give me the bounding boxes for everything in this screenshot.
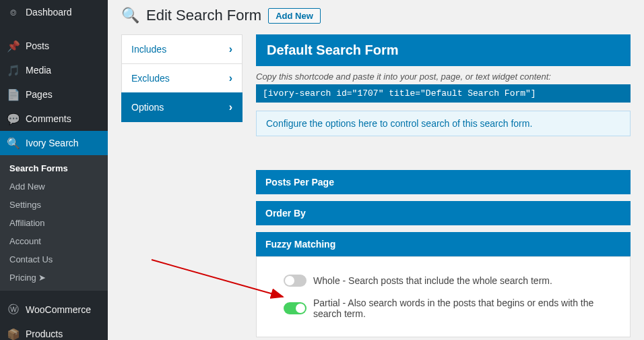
submenu-affiliation[interactable]: Affiliation	[0, 214, 108, 232]
add-new-button[interactable]: Add New	[268, 8, 321, 24]
sidebar-item-label: Products	[26, 329, 63, 339]
sidebar-item-media[interactable]: 🎵 Media	[0, 58, 108, 82]
toggle-label: Partial - Also search words in the posts…	[313, 298, 623, 319]
fuzzy-partial-row: Partial - Also search words in the posts…	[284, 292, 623, 324]
sidebar-item-label: Posts	[26, 40, 49, 51]
sidebar-item-label: Pages	[26, 89, 53, 100]
products-icon: 📦	[7, 327, 20, 340]
form-title: Default Search Form	[256, 34, 631, 66]
admin-sidebar: ⌾ Dashboard 📌 Posts 🎵 Media 📄 Pages 💬 Co…	[0, 0, 108, 340]
tab-content: Default Search Form Copy this shortcode …	[256, 34, 631, 337]
pages-icon: 📄	[7, 88, 20, 101]
search-icon: 🔍	[121, 7, 139, 24]
tab-includes[interactable]: Includes ›	[121, 34, 243, 64]
dashboard-icon: ⌾	[7, 5, 20, 19]
pin-icon: 📌	[7, 39, 20, 53]
sidebar-item-woocommerce[interactable]: ⓦ WooCommerce	[0, 298, 108, 322]
sidebar-item-label: Ivory Search	[26, 138, 79, 148]
chevron-right-icon: ›	[229, 72, 232, 84]
submenu-account[interactable]: Account	[0, 232, 108, 250]
section-order-by[interactable]: Order By	[256, 201, 631, 225]
sidebar-item-dashboard[interactable]: ⌾ Dashboard	[0, 0, 108, 24]
sidebar-item-comments[interactable]: 💬 Comments	[0, 107, 108, 131]
submenu-add-new[interactable]: Add New	[0, 177, 108, 196]
sidebar-item-label: Media	[26, 65, 51, 76]
submenu-contact-us[interactable]: Contact Us	[0, 250, 108, 268]
toggle-whole[interactable]	[284, 275, 307, 287]
toggle-partial[interactable]	[284, 302, 307, 314]
woocommerce-icon: ⓦ	[7, 303, 20, 316]
toggle-label: Whole - Search posts that include the wh…	[313, 275, 552, 286]
shortcode-hint: Copy this shortcode and paste it into yo…	[256, 66, 631, 84]
tab-label: Includes	[131, 44, 166, 55]
sidebar-item-label: Dashboard	[26, 7, 72, 18]
section-posts-per-page[interactable]: Posts Per Page	[256, 170, 631, 194]
tab-excludes[interactable]: Excludes ›	[121, 63, 243, 93]
comments-icon: 💬	[7, 112, 20, 125]
sidebar-item-ivory-search[interactable]: 🔍 Ivory Search	[0, 131, 108, 155]
tab-label: Options	[131, 102, 164, 113]
sidebar-item-label: Comments	[26, 113, 71, 124]
submenu-search-forms[interactable]: Search Forms	[0, 159, 108, 177]
tab-options[interactable]: Options ›	[121, 92, 243, 122]
main-content: 🔍 Edit Search Form Add New Includes › Ex…	[108, 0, 644, 340]
chevron-right-icon: ›	[229, 101, 232, 113]
sidebar-item-pages[interactable]: 📄 Pages	[0, 82, 108, 107]
sidebar-item-label: WooCommerce	[26, 304, 91, 315]
sidebar-item-posts[interactable]: 📌 Posts	[0, 34, 108, 58]
options-info: Configure the options here to control se…	[256, 111, 631, 136]
media-icon: 🎵	[7, 63, 20, 77]
submenu-pricing[interactable]: Pricing ➤	[0, 268, 108, 287]
sidebar-item-products[interactable]: 📦 Products	[0, 322, 108, 340]
page-title: Edit Search Form	[146, 7, 261, 24]
section-fuzzy-matching[interactable]: Fuzzy Matching	[256, 232, 631, 256]
submenu-settings[interactable]: Settings	[0, 196, 108, 214]
tab-label: Excludes	[131, 73, 170, 84]
settings-tabs: Includes › Excludes › Options ›	[121, 34, 243, 121]
shortcode-code[interactable]: [ivory-search id="1707" title="Default S…	[256, 84, 631, 103]
chevron-right-icon: ›	[229, 43, 232, 55]
fuzzy-whole-row: Whole - Search posts that include the wh…	[284, 269, 623, 292]
search-icon: 🔍	[7, 136, 20, 150]
fuzzy-body: Whole - Search posts that include the wh…	[256, 256, 631, 337]
sidebar-submenu: Search Forms Add New Settings Affiliatio…	[0, 155, 108, 291]
page-heading: 🔍 Edit Search Form Add New	[121, 7, 631, 24]
